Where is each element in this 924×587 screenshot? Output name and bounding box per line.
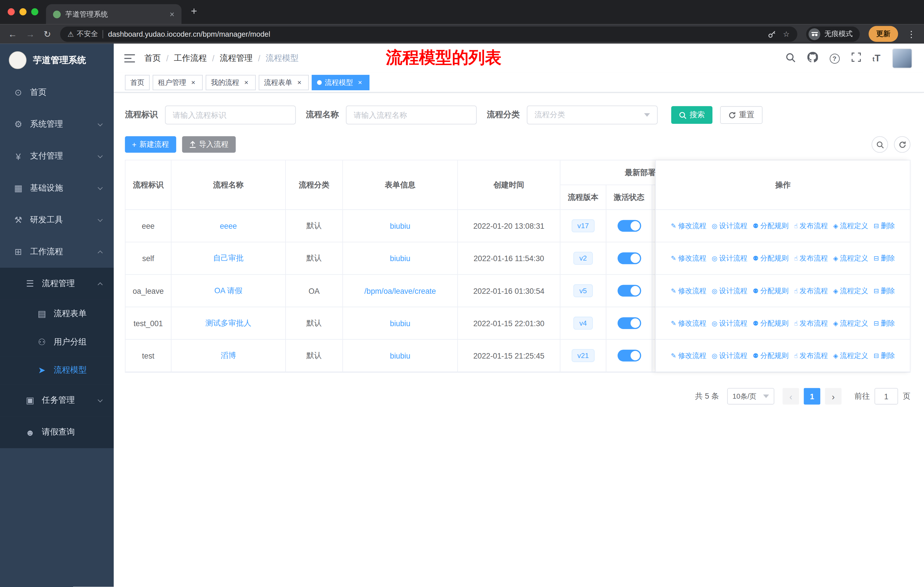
tab-my-process[interactable]: 我的流程×	[206, 75, 256, 90]
action-definition-link[interactable]: ◈流程定义	[833, 221, 868, 231]
action-assign-rule-link[interactable]: ⚉分配规则	[753, 351, 789, 360]
active-toggle[interactable]	[617, 220, 641, 231]
action-definition-link[interactable]: ◈流程定义	[833, 318, 868, 328]
active-toggle[interactable]	[617, 285, 641, 297]
key-icon[interactable]	[767, 30, 776, 38]
close-icon[interactable]: ×	[295, 79, 304, 87]
breadcrumb-item[interactable]: 流程管理	[220, 53, 252, 64]
reset-button[interactable]: 重置	[720, 106, 762, 124]
action-delete-link[interactable]: ⊟删除	[874, 286, 895, 296]
action-delete-link[interactable]: ⊟删除	[874, 351, 895, 360]
import-process-button[interactable]: 导入流程	[182, 136, 236, 153]
create-process-button[interactable]: + 新建流程	[125, 136, 176, 153]
action-definition-link[interactable]: ◈流程定义	[833, 253, 868, 263]
process-name-link[interactable]: 测试多审批人	[205, 318, 251, 329]
fullscreen-icon[interactable]	[851, 53, 861, 64]
action-definition-link[interactable]: ◈流程定义	[833, 286, 868, 296]
tab-close-icon[interactable]: ×	[170, 10, 175, 19]
process-name-link[interactable]: eeee	[220, 222, 237, 230]
action-assign-rule-link[interactable]: ⚉分配规则	[753, 221, 789, 231]
github-icon[interactable]	[807, 52, 818, 65]
back-icon[interactable]: ←	[8, 30, 17, 38]
action-modify-link[interactable]: ✎修改流程	[671, 253, 706, 263]
tab-process-form[interactable]: 流程表单×	[259, 75, 309, 90]
help-icon[interactable]: ?	[830, 53, 840, 63]
prev-page-button[interactable]: ‹	[782, 388, 799, 405]
sidebar-item-process-manage[interactable]: ☰流程管理	[0, 268, 114, 299]
action-assign-rule-link[interactable]: ⚉分配规则	[753, 286, 789, 296]
sidebar-item-system[interactable]: ⚙系统管理	[0, 109, 114, 141]
breadcrumb-item[interactable]: 工作流程	[174, 53, 207, 64]
action-assign-rule-link[interactable]: ⚉分配规则	[753, 253, 789, 263]
form-info-link[interactable]: biubiu	[390, 254, 410, 263]
zoom-window-button[interactable]	[31, 8, 38, 15]
action-design-link[interactable]: ◎设计流程	[712, 318, 747, 328]
process-name-input[interactable]	[346, 106, 477, 124]
bookmark-star-icon[interactable]: ☆	[783, 30, 790, 38]
process-id-input[interactable]	[165, 106, 296, 124]
tab-tenant[interactable]: 租户管理×	[153, 75, 203, 90]
form-info-link[interactable]: biubiu	[390, 222, 410, 230]
action-publish-link[interactable]: ☝发布流程	[794, 318, 828, 328]
minimize-window-button[interactable]	[20, 8, 26, 15]
sidebar-item-leave-query[interactable]: ☻请假查询	[0, 417, 114, 448]
action-design-link[interactable]: ◎设计流程	[712, 286, 747, 296]
show-search-button[interactable]	[871, 136, 888, 153]
reload-icon[interactable]: ↻	[43, 30, 51, 38]
process-name-link[interactable]: OA 请假	[214, 286, 242, 296]
sidebar-item-task-manage[interactable]: ▣任务管理	[0, 384, 114, 416]
action-modify-link[interactable]: ✎修改流程	[671, 221, 706, 231]
sidebar-item-payment[interactable]: ¥支付管理	[0, 141, 114, 172]
action-publish-link[interactable]: ☝发布流程	[794, 221, 828, 231]
breadcrumb-item[interactable]: 首页	[144, 53, 161, 64]
action-publish-link[interactable]: ☝发布流程	[794, 253, 828, 263]
browser-tab[interactable]: 芋道管理系统 ×	[46, 4, 181, 24]
goto-page-input[interactable]	[874, 388, 898, 405]
action-modify-link[interactable]: ✎修改流程	[671, 318, 706, 328]
action-publish-link[interactable]: ☝发布流程	[794, 286, 828, 296]
action-definition-link[interactable]: ◈流程定义	[833, 351, 868, 360]
search-button[interactable]: 搜索	[671, 106, 712, 124]
tab-process-model[interactable]: 流程模型×	[312, 75, 370, 90]
process-category-select[interactable]: 流程分类	[527, 106, 658, 124]
page-size-select[interactable]: 10条/页	[727, 388, 774, 405]
action-assign-rule-link[interactable]: ⚉分配规则	[753, 318, 789, 328]
sidebar-item-process-model[interactable]: ➤流程模型	[0, 356, 114, 385]
active-toggle[interactable]	[617, 317, 641, 329]
hamburger-icon[interactable]	[124, 54, 135, 63]
browser-menu-icon[interactable]: ⋮	[907, 29, 916, 39]
action-delete-link[interactable]: ⊟删除	[874, 221, 895, 231]
close-icon[interactable]: ×	[189, 79, 197, 87]
close-icon[interactable]: ×	[242, 79, 251, 87]
action-modify-link[interactable]: ✎修改流程	[671, 286, 706, 296]
sidebar-item-home[interactable]: ⊙首页	[0, 76, 114, 108]
action-publish-link[interactable]: ☝发布流程	[794, 351, 828, 360]
next-page-button[interactable]: ›	[825, 388, 842, 405]
sidebar-item-workflow[interactable]: ⊞工作流程	[0, 236, 114, 268]
action-design-link[interactable]: ◎设计流程	[712, 351, 747, 360]
tab-home[interactable]: 首页	[125, 75, 150, 90]
active-toggle[interactable]	[617, 253, 641, 264]
security-warning-icon[interactable]: ⚠ 不安全	[68, 29, 98, 39]
close-icon[interactable]: ×	[356, 79, 364, 87]
address-bar[interactable]: ⚠ 不安全 dashboard.yudao.iocoder.cn/bpm/man…	[60, 26, 797, 41]
action-delete-link[interactable]: ⊟删除	[874, 253, 895, 263]
action-design-link[interactable]: ◎设计流程	[712, 253, 747, 263]
refresh-table-button[interactable]	[894, 136, 911, 153]
forward-icon[interactable]: →	[26, 30, 35, 38]
action-modify-link[interactable]: ✎修改流程	[671, 351, 706, 360]
sidebar-item-devtools[interactable]: ⚒研发工具	[0, 204, 114, 236]
page-1-button[interactable]: 1	[804, 388, 820, 405]
action-delete-link[interactable]: ⊟删除	[874, 318, 895, 328]
sidebar-item-infrastructure[interactable]: ▦基础设施	[0, 172, 114, 204]
browser-update-button[interactable]: 更新	[869, 26, 898, 42]
process-name-link[interactable]: 滔博	[221, 350, 236, 361]
form-info-link[interactable]: biubiu	[390, 351, 410, 360]
sidebar-item-process-form[interactable]: ▤流程表单	[0, 299, 114, 328]
action-design-link[interactable]: ◎设计流程	[712, 221, 747, 231]
font-size-icon[interactable]: tT	[873, 54, 881, 63]
new-tab-button[interactable]: +	[191, 5, 197, 18]
search-icon[interactable]	[785, 52, 795, 64]
form-info-link[interactable]: /bpm/oa/leave/create	[364, 286, 436, 295]
process-name-link[interactable]: 自己审批	[213, 253, 244, 264]
